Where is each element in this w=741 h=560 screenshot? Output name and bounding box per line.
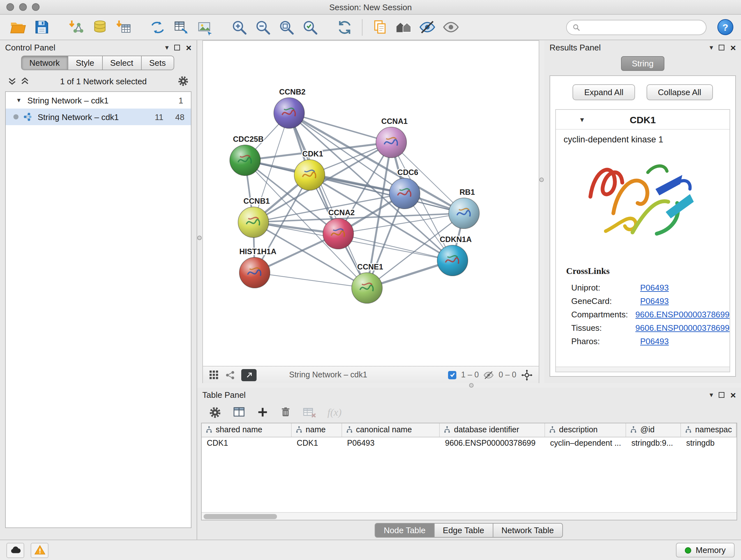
tab-string[interactable]: String <box>621 56 664 71</box>
node-RB1[interactable]: RB1 <box>449 188 479 229</box>
table-cell[interactable]: cyclin–dependent ... <box>545 437 626 449</box>
table-cell[interactable]: stringdb:9... <box>626 437 681 449</box>
network-canvas[interactable]: CCNB2CCNA1CDC25BCDK1CDC6RB1CCNB1CCNA2CDK… <box>203 41 539 366</box>
table-horizontal-scrollbar[interactable] <box>202 512 737 520</box>
tab-sets[interactable]: Sets <box>141 56 174 70</box>
clear-table-button[interactable] <box>302 405 317 419</box>
collapse-all-icon[interactable] <box>8 77 17 85</box>
cloud-status-button[interactable] <box>6 543 24 558</box>
maximize-window-button[interactable] <box>32 3 40 11</box>
minimize-window-button[interactable] <box>19 3 27 11</box>
results-collapse-icon[interactable]: ▾ <box>710 44 713 51</box>
node-CCNA2[interactable]: CCNA2 <box>323 208 354 249</box>
column-header--id[interactable]: @id <box>626 423 681 437</box>
tab-network[interactable]: Network <box>21 56 68 70</box>
node-CDK1[interactable]: CDK1 <box>294 149 325 190</box>
crosshair-move-icon[interactable] <box>521 369 533 381</box>
zoom-fit-button[interactable] <box>276 17 297 37</box>
gear-icon[interactable] <box>178 75 189 87</box>
collapse-all-button[interactable]: Collapse All <box>647 84 713 100</box>
show-all-button[interactable] <box>441 17 461 37</box>
grid-icon[interactable] <box>209 370 219 380</box>
selected-checkbox-icon[interactable] <box>448 371 457 379</box>
zoom-selected-button[interactable] <box>300 17 320 37</box>
node-CDKN1A[interactable]: CDKN1A <box>437 235 472 276</box>
create-column-button[interactable] <box>257 406 269 418</box>
column-header-canonical-name[interactable]: canonical name <box>341 423 440 437</box>
memory-button[interactable]: Memory <box>676 543 735 557</box>
crosslink-link[interactable]: P06493 <box>640 336 669 346</box>
scrollbar-thumb[interactable] <box>204 514 277 519</box>
edge-CCNB1-CDKN1A[interactable] <box>253 222 453 260</box>
results-scrollbar[interactable] <box>556 367 730 372</box>
import-table-button[interactable] <box>113 17 133 37</box>
import-network-button[interactable] <box>66 17 86 37</box>
column-header-database-identifier[interactable]: database identifier <box>440 423 545 437</box>
close-window-button[interactable] <box>6 3 14 11</box>
expand-up-icon[interactable] <box>20 77 29 85</box>
search-field[interactable] <box>566 19 706 35</box>
zoom-out-button[interactable] <box>253 17 273 37</box>
right-splitter[interactable] <box>539 40 544 383</box>
panel-float-icon[interactable] <box>174 44 180 50</box>
tab-network-table[interactable]: Network Table <box>492 523 562 537</box>
warnings-button[interactable] <box>30 543 49 558</box>
delete-column-button[interactable] <box>280 406 292 418</box>
zoom-in-button[interactable] <box>229 17 250 37</box>
expand-triangle-icon[interactable]: ▼ <box>16 97 22 104</box>
new-network-from-table-button[interactable] <box>171 17 192 37</box>
help-button[interactable]: ? <box>718 19 733 35</box>
table-collapse-icon[interactable]: ▾ <box>710 391 713 398</box>
table-cell[interactable]: stringdb <box>681 437 736 449</box>
crosslink-link[interactable]: 9606.ENSP00000378699 <box>635 323 730 333</box>
clone-network-button[interactable] <box>147 17 168 37</box>
table-float-icon[interactable] <box>719 392 724 397</box>
node-CCNA1[interactable]: CCNA1 <box>376 117 408 158</box>
import-database-button[interactable] <box>89 17 110 37</box>
column-header-shared-name[interactable]: shared name <box>202 423 291 437</box>
export-image-button[interactable] <box>195 17 215 37</box>
apply-layout-button[interactable] <box>334 17 355 37</box>
node-HIST1H1A[interactable]: HIST1H1A <box>239 247 276 288</box>
table-cell[interactable]: CDK1 <box>202 437 291 449</box>
crosslink-link[interactable]: P06493 <box>640 283 669 293</box>
column-header-name[interactable]: name <box>291 423 342 437</box>
show-columns-button[interactable] <box>232 406 246 419</box>
horizontal-splitter[interactable] <box>197 383 741 388</box>
tab-select[interactable]: Select <box>102 56 141 70</box>
table-close-icon[interactable]: × <box>730 390 736 399</box>
crosslink-link[interactable]: P06493 <box>640 296 669 306</box>
panel-collapse-icon[interactable]: ▾ <box>165 44 169 51</box>
edge-CCNA2-CDKN1A[interactable] <box>338 234 453 260</box>
table-settings-button[interactable] <box>209 406 221 419</box>
table-cell[interactable]: 9606.ENSP00000378699 <box>440 437 545 449</box>
tab-edge-table[interactable]: Edge Table <box>434 523 493 537</box>
table-row[interactable]: CDK1CDK1P064939606.ENSP00000378699cyclin… <box>202 437 736 449</box>
table-cell[interactable]: P06493 <box>341 437 440 449</box>
results-float-icon[interactable] <box>719 44 724 50</box>
birdseye-view-button[interactable] <box>241 369 257 381</box>
network-row-selected[interactable]: String Network – cdk1 11 48 <box>6 109 191 125</box>
share-view-icon[interactable] <box>225 369 235 380</box>
search-input[interactable] <box>583 23 700 32</box>
column-header-description[interactable]: description <box>545 423 626 437</box>
save-session-button[interactable] <box>31 17 52 37</box>
copy-documents-button[interactable] <box>369 17 390 37</box>
table-cell[interactable]: CDK1 <box>291 437 342 449</box>
network-collection-row[interactable]: ▼ String Network – cdk1 1 <box>6 92 191 109</box>
function-builder-button[interactable]: f(x) <box>327 407 341 418</box>
node-CCNB2[interactable]: CCNB2 <box>274 87 306 128</box>
protein-expand-triangle-icon[interactable]: ▼ <box>579 116 585 123</box>
hide-selected-button[interactable] <box>417 17 437 37</box>
tab-style[interactable]: Style <box>67 56 103 70</box>
edge-HIST1H1A-CCNE1[interactable] <box>255 273 367 288</box>
tab-node-table[interactable]: Node Table <box>375 523 434 537</box>
left-splitter[interactable] <box>197 40 202 383</box>
node-CDC25B[interactable]: CDC25B <box>230 135 264 176</box>
expand-all-button[interactable]: Expand All <box>573 84 635 100</box>
first-neighbors-button[interactable] <box>393 17 414 37</box>
crosslink-link[interactable]: 9606.ENSP00000378699 <box>635 310 730 319</box>
results-close-icon[interactable]: × <box>730 43 736 52</box>
node-CCNB1[interactable]: CCNB1 <box>238 197 270 238</box>
panel-close-icon[interactable]: × <box>186 43 192 52</box>
